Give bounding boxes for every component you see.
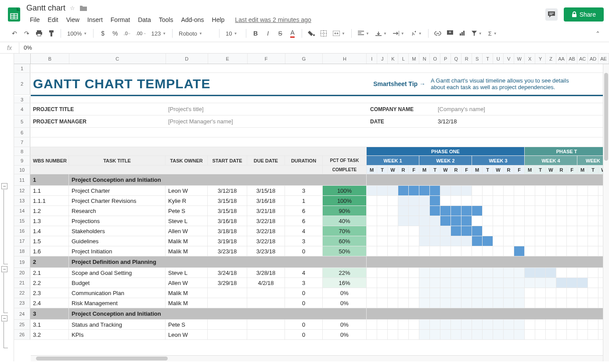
gantt-cell[interactable] xyxy=(556,320,567,329)
cell[interactable]: COMPLETE xyxy=(323,166,367,174)
gantt-cell[interactable] xyxy=(440,298,451,308)
col-header-AB[interactable]: AB xyxy=(567,54,577,64)
cell[interactable]: PROJECT MANAGER xyxy=(30,115,166,127)
decrease-decimal-button[interactable]: .0← xyxy=(122,28,133,39)
text-color-button[interactable]: A xyxy=(287,28,298,39)
gantt-cell[interactable] xyxy=(546,330,556,339)
cell[interactable] xyxy=(247,298,285,308)
gantt-cell[interactable] xyxy=(377,268,388,278)
gantt-cell[interactable] xyxy=(546,246,556,256)
cell[interactable]: 100% xyxy=(323,196,367,205)
cell[interactable]: 60% xyxy=(323,236,367,246)
gantt-cell[interactable] xyxy=(535,288,546,298)
gantt-cell[interactable] xyxy=(430,216,440,226)
row-header-26[interactable]: 26 xyxy=(14,330,30,339)
cell[interactable]: 3/19/18 xyxy=(208,236,247,246)
cell[interactable]: 1 xyxy=(285,196,323,205)
gantt-cell[interactable] xyxy=(514,268,525,278)
cell[interactable]: 0% xyxy=(323,298,367,308)
gantt-cell[interactable] xyxy=(567,268,577,278)
gantt-cell[interactable] xyxy=(525,246,535,256)
gantt-cell[interactable] xyxy=(577,246,588,256)
col-header-M[interactable]: M xyxy=(409,54,419,64)
cell[interactable]: M xyxy=(525,166,535,174)
horizontal-scrollbar[interactable] xyxy=(31,355,603,361)
gantt-cell[interactable] xyxy=(577,226,588,236)
gantt-cell[interactable] xyxy=(451,206,461,216)
row-header-13[interactable]: 13 xyxy=(14,196,30,205)
gantt-cell[interactable] xyxy=(398,330,409,339)
cell[interactable]: WBS NUMBER xyxy=(30,156,69,165)
cell[interactable]: KPIs xyxy=(69,330,166,339)
gantt-cell[interactable] xyxy=(430,330,440,339)
gantt-cell[interactable] xyxy=(483,226,493,236)
gantt-cell[interactable] xyxy=(556,236,567,246)
cell[interactable]: Allen W xyxy=(166,226,208,236)
gantt-cell[interactable] xyxy=(546,288,556,298)
cell[interactable]: M xyxy=(419,166,430,174)
gantt-cell[interactable] xyxy=(493,298,504,308)
cell[interactable]: 3/23/18 xyxy=(208,246,247,256)
zoom-dropdown[interactable]: 100%▼ xyxy=(65,28,90,39)
gantt-cell[interactable] xyxy=(409,278,419,288)
gantt-cell[interactable] xyxy=(567,278,577,288)
gantt-cell[interactable] xyxy=(525,186,535,195)
cell[interactable] xyxy=(208,288,247,298)
gantt-cell[interactable] xyxy=(556,246,567,256)
cell[interactable]: Leon W xyxy=(166,186,208,195)
cell[interactable]: [Company's name] xyxy=(430,103,609,115)
gantt-cell[interactable] xyxy=(588,298,598,308)
cell[interactable]: Project Conception and Initiation xyxy=(69,174,367,185)
gantt-cell[interactable] xyxy=(514,196,525,205)
cell[interactable] xyxy=(30,128,609,137)
gantt-cell[interactable] xyxy=(525,196,535,205)
cell[interactable]: W xyxy=(493,166,504,174)
col-header-AE[interactable]: AE xyxy=(598,54,609,64)
cell[interactable]: 3/15/18 xyxy=(208,206,247,216)
gantt-cell[interactable] xyxy=(440,206,451,216)
bold-button[interactable]: B xyxy=(250,28,261,39)
cell[interactable]: 3/12/18 xyxy=(208,186,247,195)
font-size-dropdown[interactable]: 10▼ xyxy=(223,28,242,39)
gantt-cell[interactable] xyxy=(367,320,377,329)
cell[interactable]: Stakeholders xyxy=(69,226,166,236)
gantt-cell[interactable] xyxy=(535,268,546,278)
gantt-cell[interactable] xyxy=(461,216,472,226)
cell[interactable]: F xyxy=(514,166,525,174)
gantt-cell[interactable] xyxy=(377,216,388,226)
gantt-cell[interactable] xyxy=(556,330,567,339)
cell[interactable]: 0% xyxy=(323,330,367,339)
gantt-cell[interactable] xyxy=(493,278,504,288)
gantt-cell[interactable] xyxy=(451,268,461,278)
cell[interactable]: WEEK 1 xyxy=(367,156,419,165)
gantt-cell[interactable] xyxy=(588,278,598,288)
gantt-cell[interactable] xyxy=(504,278,514,288)
gantt-cell[interactable] xyxy=(419,246,430,256)
gantt-cell[interactable] xyxy=(546,186,556,195)
gantt-cell[interactable] xyxy=(398,298,409,308)
cell[interactable]: Allen W xyxy=(166,278,208,288)
col-header-Z[interactable]: Z xyxy=(546,54,556,64)
row-header-8[interactable]: 8 xyxy=(14,147,30,155)
gantt-cell[interactable] xyxy=(588,246,598,256)
gantt-cell[interactable] xyxy=(409,268,419,278)
cell[interactable]: 3 xyxy=(285,186,323,195)
cell[interactable]: Status and Tracking xyxy=(69,320,166,329)
cell[interactable]: PHASE T xyxy=(525,147,609,155)
gantt-cell[interactable] xyxy=(367,186,377,195)
gantt-cell[interactable] xyxy=(493,320,504,329)
gantt-cell[interactable] xyxy=(525,236,535,246)
row-header-15[interactable]: 15 xyxy=(14,216,30,226)
font-dropdown[interactable]: Roboto▼ xyxy=(176,28,216,39)
italic-button[interactable]: I xyxy=(262,28,274,39)
col-header-P[interactable]: P xyxy=(440,54,451,64)
cell[interactable]: COMPANY NAME xyxy=(367,103,430,115)
outline-toggle[interactable]: − xyxy=(1,183,7,189)
col-header-X[interactable]: X xyxy=(525,54,535,64)
gantt-cell[interactable] xyxy=(577,216,588,226)
gantt-cell[interactable] xyxy=(409,330,419,339)
gantt-cell[interactable] xyxy=(588,268,598,278)
gantt-cell[interactable] xyxy=(472,298,483,308)
gantt-cell[interactable] xyxy=(567,196,577,205)
gantt-cell[interactable] xyxy=(398,278,409,288)
